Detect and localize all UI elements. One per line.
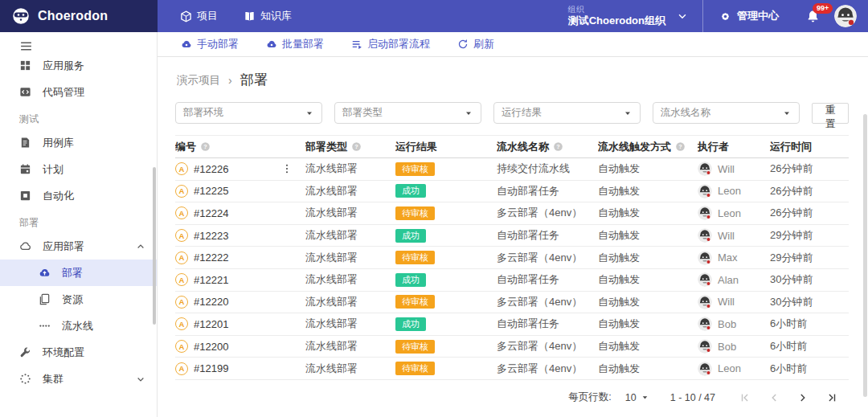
table-row[interactable]: A#12220流水线部署待审核多云部署（4env）自动触发Will30分钟前	[175, 292, 849, 314]
status-cell: 成功	[395, 184, 497, 198]
record-type-badge: A	[175, 317, 188, 330]
brand-logo[interactable]: Choerodon	[0, 0, 158, 32]
sidebar-item-cloud-up[interactable]: 部署	[0, 260, 157, 286]
main-scrollbar[interactable]	[863, 114, 867, 397]
filter-select-0[interactable]: 部署环境	[175, 102, 322, 124]
table-row[interactable]: A#12221流水线部署成功自动部署任务自动触发Alan30分钟前	[175, 269, 849, 292]
sidebar-item-cluster[interactable]: 集群	[0, 366, 157, 392]
record-type-badge: A	[175, 162, 188, 175]
table-row[interactable]: A#12201流水线部署成功自动部署任务自动触发Bob6小时前	[175, 313, 849, 336]
top-nav-book[interactable]: 知识库	[234, 0, 301, 32]
last-page-icon[interactable]	[826, 392, 837, 403]
record-id: #12222	[194, 251, 228, 264]
filter-select-2[interactable]: 运行结果	[493, 102, 641, 124]
trigger-type-cell: 自动触发	[598, 161, 698, 176]
sidebar-item-code[interactable]: 代码管理	[0, 79, 157, 105]
run-time-cell: 6小时前	[770, 317, 849, 331]
status-badge: 待审核	[395, 251, 435, 264]
choerodon-mascot-icon	[11, 6, 31, 26]
status-cell: 成功	[395, 273, 497, 287]
executor-avatar	[698, 295, 712, 309]
record-type-badge: A	[175, 206, 188, 219]
sidebar-item-doc[interactable]: 用例库	[0, 129, 157, 156]
sidebar-item-cloud-o[interactable]: 应用部署	[0, 233, 157, 260]
table-row[interactable]: A#12199流水线部署待审核多云部署（4env）自动触发Leon6小时前	[175, 358, 849, 380]
sidebar-item-automation[interactable]: 自动化	[0, 182, 157, 209]
toolbar-button-3[interactable]: 刷新	[457, 37, 494, 51]
status-badge: 待审核	[395, 162, 435, 176]
sidebar-menu: 应用服务代码管理测试用例库计划自动化部署应用部署部署资源流水线环境配置集群	[0, 60, 157, 392]
executor-cell: Bob	[698, 339, 770, 354]
toolbar-button-0[interactable]: 手动部署	[181, 37, 239, 51]
admin-center-label: 管理中心	[737, 9, 779, 23]
apps-icon	[19, 60, 31, 72]
hamburger-menu-icon[interactable]	[19, 39, 33, 53]
filter-select-1[interactable]: 部署类型	[334, 102, 481, 124]
top-nav-label: 项目	[197, 9, 218, 23]
next-page-icon[interactable]	[797, 392, 809, 403]
toolbar-button-label: 手动部署	[197, 37, 239, 51]
toolbar-button-2[interactable]: 启动部署流程	[351, 37, 430, 51]
rows-per-page-select[interactable]: 每页行数: 10	[568, 390, 649, 404]
sidebar-item-apps[interactable]: 应用服务	[0, 60, 157, 79]
status-badge: 待审核	[395, 295, 435, 309]
org-selector[interactable]: 组织 测试Choerodon组织	[554, 0, 702, 32]
column-header-1: 部署类型?	[305, 140, 395, 154]
column-header-6: 运行时间	[770, 140, 849, 154]
deploy-type-cell: 流水线部署	[305, 295, 395, 309]
notifications-button[interactable]: 99+	[795, 0, 831, 32]
sidebar-item-label: 计划	[43, 162, 63, 177]
record-type-badge: A	[175, 362, 188, 375]
previous-page-icon[interactable]	[768, 392, 780, 403]
caret-down-icon	[623, 108, 633, 118]
sidebar-item-dots[interactable]: 流水线	[0, 313, 157, 339]
trigger-type-cell: 自动触发	[598, 295, 698, 309]
sidebar-item-label: 环境配置	[43, 345, 84, 360]
status-cell: 成功	[395, 229, 497, 243]
user-avatar[interactable]	[834, 5, 857, 27]
reset-button[interactable]: 重置	[812, 103, 849, 124]
filter-select-3[interactable]: 流水线名称	[653, 102, 800, 124]
first-page-icon[interactable]	[739, 392, 751, 403]
svg-text:?: ?	[203, 143, 207, 150]
status-cell: 待审核	[395, 251, 497, 264]
status-badge: 成功	[395, 229, 426, 243]
toolbar-button-1[interactable]: 批量部署	[266, 37, 324, 51]
table-row[interactable]: A#12200流水线部署待审核多云部署（4env）自动触发Bob6小时前	[175, 336, 849, 358]
sidebar-item-calendar[interactable]: 计划	[0, 156, 157, 182]
table-row[interactable]: A#12226流水线部署待审核持续交付流水线自动触发Will26分钟前	[175, 158, 849, 181]
top-nav: 项目知识库	[158, 0, 301, 32]
table-row[interactable]: A#12222流水线部署待审核多云部署（4env）自动触发Max29分钟前	[175, 247, 849, 269]
sidebar-section-label: 部署	[0, 209, 157, 233]
dots-icon	[39, 320, 51, 332]
column-header-label: 流水线名称	[497, 140, 549, 154]
sidebar-scrollbar[interactable]	[153, 167, 156, 325]
table-row[interactable]: A#12225流水线部署成功自动部署任务自动触发Leon26分钟前	[175, 181, 849, 203]
top-nav-cube[interactable]: 项目	[170, 0, 227, 32]
breadcrumb-project-link[interactable]: 演示项目	[177, 73, 220, 88]
row-actions-icon[interactable]	[281, 163, 293, 174]
notification-badge: 99+	[813, 3, 833, 14]
column-header-4: 流水线触发方式?	[598, 140, 698, 154]
status-badge: 成功	[395, 184, 426, 198]
sidebar-item-copy[interactable]: 资源	[0, 286, 157, 313]
admin-center-button[interactable]: 管理中心	[703, 0, 795, 32]
record-id-cell: A#12222	[175, 251, 305, 264]
run-time-cell: 26分钟前	[770, 161, 849, 176]
cloud-o-icon	[19, 240, 31, 252]
status-cell: 成功	[395, 317, 497, 331]
cluster-icon	[19, 373, 31, 385]
caret-down-icon	[464, 108, 473, 118]
gear-icon	[719, 10, 731, 22]
pipeline-name-cell: 多云部署（4env）	[497, 339, 598, 354]
table-row[interactable]: A#12224流水线部署待审核多云部署（4env）自动触发Leon26分钟前	[175, 202, 849, 225]
chevron-up-icon	[136, 242, 145, 251]
filter-placeholder: 部署环境	[183, 106, 223, 120]
executor-avatar	[698, 272, 712, 287]
executor-name: Leon	[718, 185, 741, 197]
sidebar-item-wrench[interactable]: 环境配置	[0, 339, 157, 366]
executor-name: Alan	[718, 274, 739, 286]
trigger-type-cell: 自动触发	[598, 362, 698, 376]
table-row[interactable]: A#12223流水线部署成功自动部署任务自动触发Will29分钟前	[175, 225, 849, 247]
pipeline-name-cell: 自动部署任务	[497, 317, 598, 331]
